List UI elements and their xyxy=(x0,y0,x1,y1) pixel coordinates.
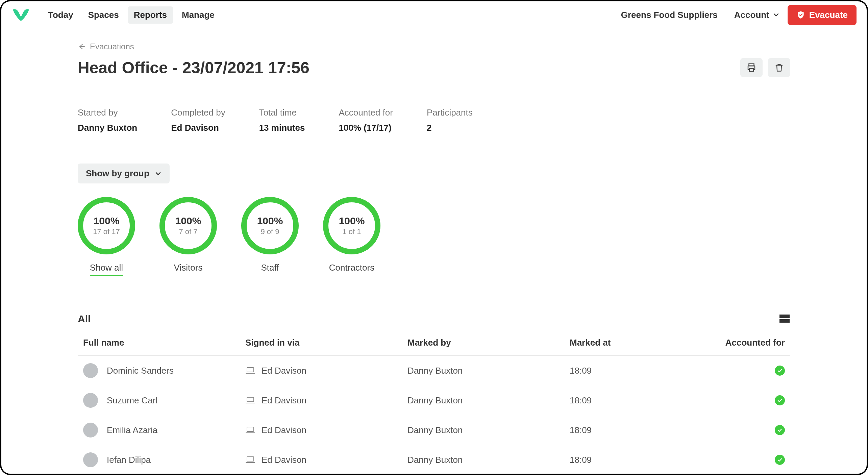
summary-value: 13 minutes xyxy=(259,123,305,133)
rings-row: 100% 17 of 17 Show all 100% 7 of 7 Visit… xyxy=(78,197,790,276)
ring-percent: 100% xyxy=(175,215,201,227)
ring-staff[interactable]: 100% 9 of 9 Staff xyxy=(241,197,299,276)
col-marked-by[interactable]: Marked by xyxy=(402,338,564,356)
account-label: Account xyxy=(734,10,769,20)
accounted-check-icon xyxy=(775,366,785,376)
chevron-down-icon xyxy=(155,170,162,177)
shield-check-icon xyxy=(796,10,805,19)
nav-links: Today Spaces Reports Manage xyxy=(42,6,221,24)
progress-ring: 100% 1 of 1 xyxy=(323,197,380,254)
nav-reports[interactable]: Reports xyxy=(128,6,173,24)
svg-rect-4 xyxy=(247,368,254,372)
marked-by: Danny Buxton xyxy=(407,425,463,435)
summary-started-by: Started by Danny Buxton xyxy=(78,107,137,133)
summary-accounted-for: Accounted for 100% (17/17) xyxy=(339,107,393,133)
person-name: Suzume Carl xyxy=(107,395,157,406)
breadcrumb[interactable]: Evacuations xyxy=(78,42,790,51)
ring-percent: 100% xyxy=(339,215,365,227)
ring-sub: 17 of 17 xyxy=(93,227,120,236)
ring-label: Contractors xyxy=(329,262,374,275)
signed-in-via: Ed Davison xyxy=(262,425,306,435)
summary-value: 2 xyxy=(427,123,473,133)
marked-by: Danny Buxton xyxy=(407,455,463,465)
summary-label: Started by xyxy=(78,107,137,118)
col-full-name[interactable]: Full name xyxy=(78,338,240,356)
table-row[interactable]: Dominic SandersEd DavisonDanny Buxton18:… xyxy=(78,356,790,386)
laptop-icon xyxy=(245,396,255,404)
table-row[interactable]: Emilia AzariaEd DavisonDanny Buxton18:09 xyxy=(78,415,790,445)
ring-visitors[interactable]: 100% 7 of 7 Visitors xyxy=(159,197,217,276)
summary-label: Total time xyxy=(259,107,305,118)
progress-ring: 100% 7 of 7 xyxy=(159,197,217,254)
signed-in-via: Ed Davison xyxy=(262,366,306,376)
accounted-check-icon xyxy=(775,455,785,465)
layout-toggle-button[interactable] xyxy=(779,314,790,324)
summary-value: Danny Buxton xyxy=(78,123,137,133)
arrow-left-icon xyxy=(78,43,85,50)
accounted-check-icon xyxy=(775,395,785,405)
nav-today[interactable]: Today xyxy=(42,6,79,24)
avatar xyxy=(83,363,98,378)
evacuate-label: Evacuate xyxy=(809,10,848,20)
rows-icon xyxy=(779,314,790,323)
nav-spaces[interactable]: Spaces xyxy=(82,6,125,24)
col-accounted-for[interactable]: Accounted for xyxy=(706,338,790,356)
ring-label: Visitors xyxy=(174,262,203,275)
person-name: Dominic Sanders xyxy=(107,366,174,376)
show-by-group-dropdown[interactable]: Show by group xyxy=(78,164,170,183)
ring-percent: 100% xyxy=(257,215,283,227)
marked-at: 18:09 xyxy=(570,425,592,435)
laptop-icon xyxy=(245,367,255,375)
show-by-group-label: Show by group xyxy=(86,168,149,179)
signed-in-via: Ed Davison xyxy=(262,455,306,465)
svg-rect-2 xyxy=(779,315,790,318)
marked-by: Danny Buxton xyxy=(407,366,463,376)
people-table: Full name Signed in via Marked by Marked… xyxy=(78,338,790,475)
accounted-check-icon xyxy=(775,425,785,435)
print-button[interactable] xyxy=(740,58,763,77)
logo[interactable] xyxy=(11,7,30,22)
avatar xyxy=(83,423,98,438)
summary-participants: Participants 2 xyxy=(427,107,473,133)
svg-rect-3 xyxy=(779,319,790,323)
summary-value: Ed Davison xyxy=(171,123,225,133)
nav-divider xyxy=(726,10,726,20)
table-row[interactable]: Suzume CarlEd DavisonDanny Buxton18:09 xyxy=(78,385,790,415)
ring-contractors[interactable]: 100% 1 of 1 Contractors xyxy=(323,197,380,276)
summary-label: Completed by xyxy=(171,107,225,118)
table-row[interactable]: Iefan DilipaEd DavisonDanny Buxton18:09 xyxy=(78,445,790,475)
svg-rect-1 xyxy=(749,69,754,72)
summary-row: Started by Danny Buxton Completed by Ed … xyxy=(78,107,790,133)
summary-value: 100% (17/17) xyxy=(339,123,393,133)
marked-at: 18:09 xyxy=(570,455,592,465)
ring-show-all[interactable]: 100% 17 of 17 Show all xyxy=(78,197,135,276)
laptop-icon xyxy=(245,456,255,464)
marked-by: Danny Buxton xyxy=(407,395,463,405)
ring-sub: 1 of 1 xyxy=(342,227,361,236)
col-marked-at[interactable]: Marked at xyxy=(564,338,706,356)
delete-button[interactable] xyxy=(768,58,790,77)
svg-rect-5 xyxy=(247,397,254,402)
summary-completed-by: Completed by Ed Davison xyxy=(171,107,225,133)
signed-in-via: Ed Davison xyxy=(262,395,306,406)
page-header: Head Office - 23/07/2021 17:56 xyxy=(78,58,790,77)
laptop-icon xyxy=(245,426,255,434)
ring-label: Show all xyxy=(90,262,123,276)
nav-manage[interactable]: Manage xyxy=(176,6,221,24)
person-name: Emilia Azaria xyxy=(107,425,157,435)
ring-label: Staff xyxy=(261,262,279,275)
topnav: Today Spaces Reports Manage Greens Food … xyxy=(1,1,867,28)
avatar xyxy=(83,452,98,467)
col-signed-in-via[interactable]: Signed in via xyxy=(240,338,402,356)
trash-icon xyxy=(774,62,784,73)
ring-percent: 100% xyxy=(94,215,120,227)
ring-sub: 7 of 7 xyxy=(179,227,197,236)
marked-at: 18:09 xyxy=(570,366,592,376)
chevron-down-icon xyxy=(773,11,779,18)
svg-rect-7 xyxy=(247,457,254,461)
org-name: Greens Food Suppliers xyxy=(621,10,718,20)
evacuate-button[interactable]: Evacuate xyxy=(788,5,857,25)
account-dropdown[interactable]: Account xyxy=(734,10,779,20)
page-title: Head Office - 23/07/2021 17:56 xyxy=(78,58,309,77)
summary-label: Participants xyxy=(427,107,473,118)
